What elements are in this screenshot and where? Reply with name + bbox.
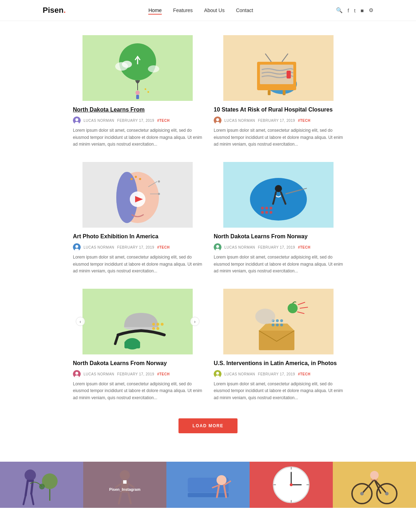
svg-rect-58 [124,341,140,348]
logo: Pisen. [43,6,66,15]
svg-point-42 [250,178,307,221]
instagram-tile-3[interactable] [250,462,333,508]
post-title[interactable]: North Dakota Learns From Norway [73,359,202,367]
author-avatar [73,243,81,251]
post-tag[interactable]: #TECH [298,119,310,123]
post-title[interactable]: North Dakota Learns From Norway [214,233,343,240]
svg-point-99 [290,483,293,486]
author-avatar [214,370,222,378]
facebook-icon[interactable]: f [348,7,349,13]
svg-point-5 [148,65,159,72]
post-excerpt: Lorem ipsum dolor sit amet, consectetur … [73,127,202,148]
svg-point-11 [75,118,78,121]
post-tag[interactable]: #TECH [157,245,170,249]
post-image [73,289,202,354]
svg-rect-17 [268,90,271,95]
nav-icons: 🔍 f t ■ ⚙ [336,7,373,13]
post-date: FEBRUARY 17, 2019 [117,245,154,249]
svg-rect-18 [283,90,286,95]
post-tag[interactable]: #TECH [298,245,310,249]
post-meta: LUCAS NORMAN FEBRUARY 17, 2019 #TECH [73,116,202,124]
post-date: FEBRUARY 17, 2019 [258,245,295,249]
load-more-button[interactable]: LOAD MORE [178,418,238,433]
instagram-tile-1[interactable]: ■ Pisen_Instagram [83,462,166,508]
post-grid: North Dakota Learns From LUCAS NORMAN FE… [73,35,343,401]
carousel-wrapper: ‹ › [73,289,202,354]
nav-features[interactable]: Features [173,7,193,13]
svg-point-77 [276,324,279,326]
nav-contact[interactable]: Contact [236,7,253,13]
post-card: ‹ › North Dakota Learns From Norway LUCA… [73,289,202,401]
post-title[interactable]: 10 States At Risk of Rural Hospital Clos… [214,106,343,114]
svg-point-43 [275,185,282,192]
post-title[interactable]: North Dakota Learns From [73,106,202,114]
post-tag[interactable]: #TECH [157,372,170,376]
svg-point-81 [216,372,219,375]
nav-home[interactable]: Home [148,7,161,15]
post-excerpt: Lorem ipsum dolor sit amet, consectetur … [214,381,343,401]
post-card: North Dakota Learns From LUCAS NORMAN FE… [73,35,202,148]
svg-point-51 [270,211,272,214]
svg-point-107 [370,471,379,479]
post-date: FEBRUARY 17, 2019 [117,372,154,376]
post-meta: LUCAS NORMAN FEBRUARY 17, 2019 #TECH [214,116,343,124]
post-excerpt: Lorem ipsum dolor sit amet, consectetur … [73,254,202,275]
post-meta: LUCAS NORMAN FEBRUARY 17, 2019 #TECH [73,370,202,378]
instagram-icon: ■ [123,478,127,486]
instagram-icon[interactable]: ■ [361,7,364,13]
instagram-tile-2[interactable] [166,462,250,508]
post-card: North Dakota Learns From Norway LUCAS NO… [214,162,343,275]
nav-about[interactable]: About Us [204,7,225,13]
svg-point-48 [270,207,272,210]
author-avatar [73,116,81,124]
post-title[interactable]: Art Photo Exhibition In America [73,233,202,240]
carousel-prev[interactable]: ‹ [76,317,85,326]
author-name: LUCAS NORMAN [84,372,114,376]
instagram-tile-4[interactable] [333,462,416,508]
author-name: LUCAS NORMAN [84,245,114,249]
post-excerpt: Lorem ipsum dolor sit amet, consectetur … [214,127,343,148]
svg-point-36 [158,180,160,183]
navbar: Pisen. Home Features About Us Contact 🔍 … [0,0,416,21]
post-date: FEBRUARY 17, 2019 [117,119,154,123]
author-name: LUCAS NORMAN [224,372,255,376]
svg-point-109 [385,492,389,495]
post-meta: LUCAS NORMAN FEBRUARY 17, 2019 #TECH [214,370,343,378]
svg-point-93 [217,475,226,485]
instagram-tile-0[interactable] [0,462,83,508]
author-name: LUCAS NORMAN [224,119,255,123]
author-name: LUCAS NORMAN [84,119,114,123]
post-tag[interactable]: #TECH [157,119,170,123]
svg-point-30 [135,176,137,178]
svg-point-47 [265,207,268,210]
post-card: Art Photo Exhibition In America LUCAS NO… [73,162,202,275]
search-icon[interactable]: 🔍 [336,7,343,13]
settings-icon[interactable]: ⚙ [369,7,373,13]
post-tag[interactable]: #TECH [298,372,310,376]
svg-point-74 [276,319,279,322]
carousel-next[interactable]: › [190,317,199,326]
svg-point-60 [156,323,159,326]
svg-point-69 [288,303,298,313]
svg-point-59 [152,323,155,326]
svg-point-79 [255,309,275,324]
svg-rect-21 [287,71,291,78]
svg-point-53 [216,245,219,248]
author-avatar [73,370,81,378]
load-more-wrapper: LOAD MORE [73,418,343,433]
svg-point-78 [280,324,283,326]
post-date: FEBRUARY 17, 2019 [258,372,295,376]
twitter-icon[interactable]: t [354,7,356,13]
svg-point-61 [161,323,164,326]
svg-point-108 [360,492,364,495]
post-image [73,35,202,101]
instagram-overlay: ■ Pisen_Instagram [83,462,166,508]
instagram-strip: ■ Pisen_Instagram [0,462,416,508]
svg-point-76 [272,324,274,326]
svg-point-63 [156,327,159,330]
post-meta: LUCAS NORMAN FEBRUARY 17, 2019 #TECH [214,243,343,251]
svg-point-23 [216,118,219,121]
post-excerpt: Lorem ipsum dolor sit amet, consectetur … [73,381,202,401]
post-title[interactable]: U.S. Interventions in Latin America, in … [214,359,343,367]
svg-point-62 [152,327,155,330]
